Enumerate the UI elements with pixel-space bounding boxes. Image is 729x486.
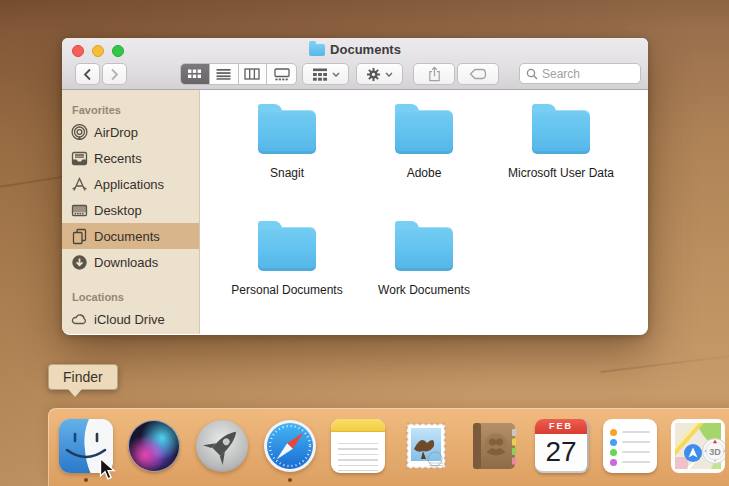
sidebar-item-label: Applications: [94, 177, 164, 192]
title-folder-icon: [309, 44, 325, 56]
dock-icon-safari[interactable]: [263, 419, 317, 473]
search-input[interactable]: [542, 67, 628, 81]
desktop-icon: [71, 202, 88, 219]
icon-view-button[interactable]: [181, 64, 210, 84]
dock-icon-maps[interactable]: 3D: [671, 419, 725, 473]
sidebar-item-label: Documents: [94, 229, 160, 244]
list-view-icon: [216, 68, 231, 80]
icon-view-icon: [187, 68, 202, 80]
folder-name: Snagit: [225, 166, 349, 180]
folder-name: Adobe: [362, 166, 486, 180]
folder-item[interactable]: Adobe: [362, 104, 486, 180]
chevron-right-icon: [110, 68, 119, 81]
finder-tooltip: Finder: [48, 364, 118, 390]
sidebar-item-recents[interactable]: Recents: [62, 145, 199, 171]
sidebar-item-label: Recents: [94, 151, 142, 166]
tag-button[interactable]: [457, 63, 499, 85]
window-header: Documents: [62, 38, 648, 90]
search-icon: [526, 68, 538, 80]
chevron-down-icon: [332, 72, 340, 77]
recents-icon: [71, 150, 88, 167]
folder-name: Personal Documents: [225, 283, 349, 297]
dock-icon-siri[interactable]: [127, 419, 181, 473]
view-mode-control: [180, 63, 297, 85]
chevron-down-icon: [385, 72, 393, 77]
window-title: Documents: [330, 42, 401, 57]
blue-folder-icon: [258, 110, 316, 154]
airdrop-icon: [71, 124, 88, 141]
notes-icon: [331, 419, 385, 473]
back-button[interactable]: [75, 63, 100, 85]
sidebar-item-icloud-drive[interactable]: iCloud Drive: [62, 306, 199, 332]
dock-icon-calendar[interactable]: FEB 27: [535, 419, 589, 473]
toolbar: [62, 61, 648, 89]
share-button[interactable]: [413, 63, 455, 85]
finder-window: Documents: [62, 38, 648, 335]
sidebar-item-downloads[interactable]: Downloads: [62, 249, 199, 275]
dock-icon-notes[interactable]: [331, 419, 385, 473]
applications-icon: [71, 176, 88, 193]
search-field[interactable]: [519, 63, 641, 84]
column-view-button[interactable]: [239, 64, 268, 84]
blue-folder-icon: [395, 110, 453, 154]
sidebar-item-desktop[interactable]: Desktop: [62, 197, 199, 223]
icloud-icon: [71, 311, 88, 328]
downloads-icon: [71, 254, 88, 271]
gallery-view-button[interactable]: [267, 64, 296, 84]
tooltip-label: Finder: [63, 369, 103, 385]
dock-icon-contacts[interactable]: [467, 419, 521, 473]
tag-icon: [469, 68, 487, 80]
dock-icon-launchpad[interactable]: [195, 419, 249, 473]
dock-icon-mail[interactable]: [399, 419, 453, 473]
gear-icon: [366, 67, 381, 82]
calendar-icon: FEB 27: [535, 419, 589, 473]
folder-name: Work Documents: [362, 283, 486, 297]
sidebar-header-favorites: Favorites: [62, 92, 199, 119]
action-menu-button[interactable]: [356, 63, 403, 85]
blue-folder-icon: [258, 227, 316, 271]
titlebar: Documents: [62, 38, 648, 61]
folder-item[interactable]: Personal Documents: [225, 221, 349, 297]
mouse-cursor: [99, 457, 116, 482]
folder-item[interactable]: Microsoft User Data: [499, 104, 623, 180]
sidebar-item-label: Downloads: [94, 255, 158, 270]
launchpad-icon: [195, 419, 249, 473]
maps-3d-badge: 3D: [703, 439, 726, 464]
dock-icon-reminders[interactable]: [603, 419, 657, 473]
sidebar-header-locations: Locations: [62, 275, 199, 306]
folder-name: Microsoft User Data: [499, 166, 623, 180]
contacts-icon: [467, 419, 521, 473]
sidebar-item-partial[interactable]: [62, 332, 199, 334]
desktop: { "window": { "title": "Documents", "tra…: [0, 0, 729, 486]
globe-icon: [71, 331, 88, 335]
blue-folder-icon: [532, 110, 590, 154]
safari-icon: [263, 419, 317, 473]
blue-folder-icon: [395, 227, 453, 271]
mail-icon: [399, 419, 453, 473]
list-view-button[interactable]: [210, 64, 239, 84]
sidebar-item-label: AirDrop: [94, 125, 138, 140]
dock: FEB 27: [48, 408, 729, 486]
gallery-view-icon: [274, 68, 290, 81]
chevron-left-icon: [83, 68, 92, 81]
share-icon: [427, 66, 442, 82]
sidebar-item-label: iCloud Drive: [94, 312, 165, 327]
group-by-button[interactable]: [302, 63, 349, 85]
group-by-icon: [312, 68, 328, 81]
sidebar-item-applications[interactable]: Applications: [62, 171, 199, 197]
folder-item[interactable]: Snagit: [225, 104, 349, 180]
sidebar-item-documents[interactable]: Documents: [62, 223, 199, 249]
reminders-icon: [603, 419, 657, 473]
documents-icon: [71, 228, 88, 245]
sidebar-item-label: Desktop: [94, 203, 142, 218]
sidebar-item-airdrop[interactable]: AirDrop: [62, 119, 199, 145]
file-browser-content: Snagit Adobe Microsoft User Data Persona…: [200, 90, 648, 334]
svg-text:3D: 3D: [709, 447, 721, 457]
column-view-icon: [244, 68, 260, 80]
forward-button[interactable]: [102, 63, 127, 85]
maps-icon: 3D: [671, 419, 725, 473]
dune-ridge: [601, 349, 729, 373]
sidebar: Favorites AirDrop Recents Applications D…: [62, 90, 200, 334]
folder-item[interactable]: Work Documents: [362, 221, 486, 297]
siri-icon: [128, 420, 180, 472]
